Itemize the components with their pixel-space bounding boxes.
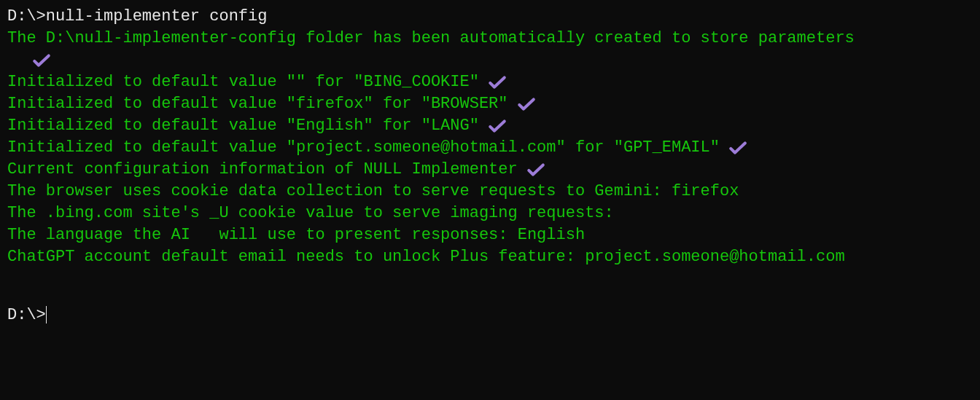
output-line-browser-desc: The browser uses cookie data collection … [7, 181, 973, 203]
prompt-prefix: D:\> [7, 305, 46, 326]
cursor [46, 306, 47, 323]
prompt-line[interactable]: D:\> [7, 305, 973, 326]
output-line-lang: Initialized to default value "English" f… [7, 115, 973, 137]
current-config-text: Current configuration information of NUL… [7, 159, 518, 181]
output-line-email: Initialized to default value "project.so… [7, 137, 973, 159]
check-icon [488, 75, 507, 90]
check-icon [728, 141, 747, 155]
output-line-email-desc: ChatGPT account default email needs to u… [7, 246, 973, 268]
blank-line [7, 290, 973, 305]
email-desc-text: ChatGPT account default email needs to u… [7, 246, 845, 268]
check-icon [517, 97, 536, 111]
output-line-browser: Initialized to default value "firefox" f… [7, 93, 973, 115]
output-line-current-config: Current configuration information of NUL… [7, 159, 973, 181]
init-bing-text: Initialized to default value "" for "BIN… [7, 71, 479, 93]
bing-desc-text: The .bing.com site's _U cookie value to … [7, 203, 614, 224]
init-email-text: Initialized to default value "project.so… [7, 137, 720, 159]
browser-desc-text: The browser uses cookie data collection … [7, 181, 739, 203]
check-line-standalone [7, 50, 973, 71]
init-browser-text: Initialized to default value "firefox" f… [7, 93, 508, 115]
check-icon [32, 53, 51, 68]
command-line[interactable]: D:\>null-implementer config [7, 6, 973, 28]
output-line-lang-desc: The language the AI will use to present … [7, 224, 973, 246]
lang-desc-text: The language the AI will use to present … [7, 224, 585, 246]
init-lang-text: Initialized to default value "English" f… [7, 115, 479, 137]
output-line-bing-desc: The .bing.com site's _U cookie value to … [7, 203, 973, 224]
prompt-prefix: D:\> [7, 6, 46, 28]
command-text: null-implementer config [46, 6, 268, 28]
check-icon [526, 162, 545, 177]
output-line-bing: Initialized to default value "" for "BIN… [7, 71, 973, 93]
check-icon [488, 119, 507, 133]
folder-created-text: The D:\null-implementer-config folder ha… [7, 28, 855, 50]
blank-line [7, 268, 973, 290]
output-line-folder: The D:\null-implementer-config folder ha… [7, 28, 973, 50]
